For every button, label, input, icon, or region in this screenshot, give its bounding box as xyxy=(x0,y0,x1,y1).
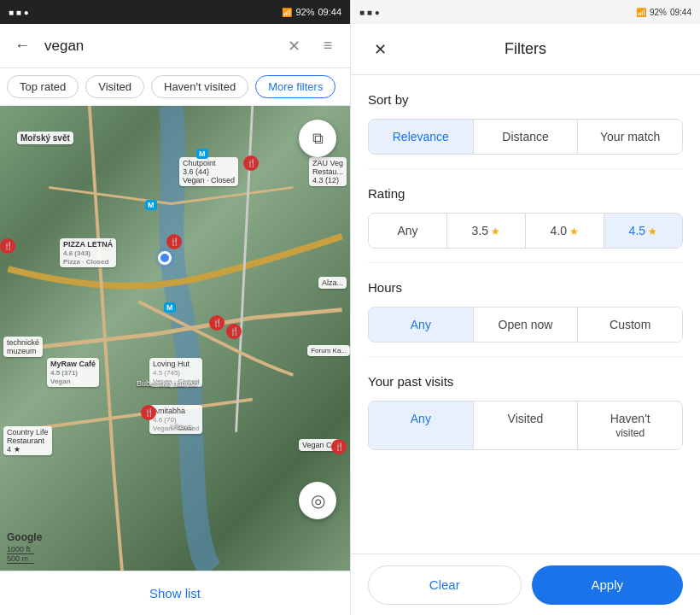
user-location-dot xyxy=(158,251,172,265)
rating-section: Rating Any 3.5 ★ 4.0 ★ 4.5 ★ xyxy=(368,169,683,263)
sort-by-title: Sort by xyxy=(368,92,683,107)
chip-more-filters[interactable]: More filters xyxy=(255,75,335,98)
search-input[interactable]: vegan xyxy=(44,38,271,55)
map-area[interactable]: Mořský svět Chutpoint3.6 (44)Vegan · Clo… xyxy=(0,106,350,571)
map-label-zau: ZAU VegRestau...4.3 (12) xyxy=(309,157,347,186)
layer-icon: ⧉ xyxy=(312,130,324,148)
metro-icon-3: M xyxy=(164,302,176,313)
chip-top-rated[interactable]: Top rated xyxy=(7,75,79,98)
map-label-country: Country LifeRestaurant4 ★ xyxy=(3,426,52,455)
map-location-button[interactable]: ◎ xyxy=(299,482,336,519)
metro-icon-1: M xyxy=(196,149,208,159)
hours-options: Any Open now Custom xyxy=(368,307,683,343)
visits-havent[interactable]: Haven't visited xyxy=(578,401,682,449)
map-pin-3: 🍴 xyxy=(141,405,156,420)
map-pin-chutpoint: 🍴 xyxy=(243,155,259,171)
filter-chips-bar: Top rated Visited Haven't visited More f… xyxy=(0,68,350,106)
chip-visited[interactable]: Visited xyxy=(85,75,144,98)
filters-content: Sort by Relevance Distance Your match Ra… xyxy=(351,75,700,554)
sort-distance[interactable]: Distance xyxy=(474,120,579,154)
rating-3-5[interactable]: 3.5 ★ xyxy=(447,214,526,248)
map-footer: Google 1000 ft 500 m xyxy=(7,531,42,564)
signal-icon-r: 📶 xyxy=(636,8,646,17)
map-label-chutpoint: Chutpoint3.6 (44)Vegan · Closed xyxy=(179,157,238,186)
sort-by-section: Sort by Relevance Distance Your match xyxy=(368,75,683,169)
visits-any[interactable]: Any xyxy=(369,401,474,449)
hours-section: Hours Any Open now Custom xyxy=(368,263,683,357)
rating-4-5[interactable]: 4.5 ★ xyxy=(604,214,682,248)
sort-relevance[interactable]: Relevance xyxy=(369,120,474,154)
rating-any[interactable]: Any xyxy=(369,214,447,248)
right-panel: ■ ■ ● 📶 92% 09:44 ✕ Filters Sort by Rele… xyxy=(350,0,700,615)
map-pin-5: 🍴 xyxy=(0,238,15,254)
battery-text: 92% xyxy=(295,7,314,17)
apply-button[interactable]: Apply xyxy=(532,565,684,605)
status-bar-left: ■ ■ ● 📶 92% 09:44 xyxy=(0,0,350,24)
filters-title: Filters xyxy=(505,40,546,58)
status-icons-left-r: ■ ■ ● xyxy=(359,8,380,17)
search-clear-button[interactable]: ✕ xyxy=(282,34,306,58)
left-panel: ■ ■ ● 📶 92% 09:44 ← vegan ✕ ≡ Top rated … xyxy=(0,0,350,615)
status-bar-right: ■ ■ ● 📶 92% 09:44 xyxy=(351,0,700,24)
battery-text-r: 92% xyxy=(650,8,667,17)
sort-your-match[interactable]: Your match xyxy=(578,120,682,154)
filters-bottom-bar: Clear Apply xyxy=(351,554,700,615)
map-label-vltava: Vltava xyxy=(171,422,192,430)
filters-header: ✕ Filters xyxy=(351,24,700,75)
map-layer-button[interactable]: ⧉ xyxy=(299,120,336,157)
location-icon: ◎ xyxy=(311,490,325,511)
star-icon-1: ★ xyxy=(488,226,500,237)
sort-by-options: Relevance Distance Your match xyxy=(368,119,683,155)
visits-visited[interactable]: Visited xyxy=(474,401,579,449)
scale-sub: 500 m xyxy=(7,554,34,564)
time-left: 09:44 xyxy=(318,7,341,17)
search-menu-button[interactable]: ≡ xyxy=(316,34,340,58)
map-background: Mořský svět Chutpoint3.6 (44)Vegan · Clo… xyxy=(0,106,350,571)
map-label-pizza: PIZZA LETNÁ4.6 (343)Pizza · Closed xyxy=(60,238,116,267)
signal-icon: 📶 xyxy=(282,8,292,17)
clear-button[interactable]: Clear xyxy=(368,565,522,605)
time-right: 09:44 xyxy=(670,8,691,17)
google-logo: Google xyxy=(7,531,42,543)
rating-4-0[interactable]: 4.0 ★ xyxy=(526,214,604,248)
chip-havent-visited[interactable]: Haven't visited xyxy=(151,75,248,98)
map-pin-4: 🍴 xyxy=(331,439,347,454)
metro-icon-2: M xyxy=(145,200,157,210)
hours-title: Hours xyxy=(368,280,683,295)
scale-label: 1000 ft xyxy=(7,545,34,554)
status-icons-right: 📶 92% 09:44 xyxy=(282,7,341,17)
hours-custom[interactable]: Custom xyxy=(578,308,682,342)
status-icons-right-r: 📶 92% 09:44 xyxy=(636,8,691,17)
back-button[interactable]: ← xyxy=(10,34,34,58)
scale-indicator: 1000 ft 500 m xyxy=(7,545,34,564)
star-icon-3: ★ xyxy=(645,226,657,237)
havent-line2: visited xyxy=(615,427,645,439)
past-visits-section: Your past visits Any Visited Haven't vis… xyxy=(368,357,683,464)
map-label-nabrezi: Bubenské nábřeží xyxy=(137,379,199,388)
map-label-forum: Forum Ka... xyxy=(307,345,350,356)
show-list-button[interactable]: Show list xyxy=(149,586,201,600)
past-visits-options: Any Visited Haven't visited xyxy=(368,401,683,450)
havent-line1: Haven't xyxy=(610,412,650,425)
rating-title: Rating xyxy=(368,186,683,201)
star-icon-2: ★ xyxy=(567,226,579,237)
notification-icons: ■ ■ ● xyxy=(9,8,29,17)
past-visits-title: Your past visits xyxy=(368,374,683,389)
map-pin-2: 🍴 xyxy=(226,324,242,339)
map-label-alza: Alza... xyxy=(318,277,347,289)
status-icons-left: ■ ■ ● xyxy=(9,8,29,17)
map-pin-1: 🍴 xyxy=(209,315,225,331)
rating-options: Any 3.5 ★ 4.0 ★ 4.5 ★ xyxy=(368,213,683,249)
map-label-myraw: MyRaw Café4.5 (371)Vegan xyxy=(47,358,99,387)
hours-open-now[interactable]: Open now xyxy=(474,308,579,342)
map-label-technicke: technickémuzeum xyxy=(3,337,43,357)
map-label-morskyy: Mořský svět xyxy=(17,132,73,144)
search-bar: ← vegan ✕ ≡ xyxy=(0,24,350,68)
map-svg xyxy=(0,106,350,571)
map-pin-pizza: 🍴 xyxy=(166,234,182,249)
show-list-bar: Show list xyxy=(0,571,350,615)
hours-any[interactable]: Any xyxy=(369,308,474,342)
filters-close-button[interactable]: ✕ xyxy=(365,34,395,65)
